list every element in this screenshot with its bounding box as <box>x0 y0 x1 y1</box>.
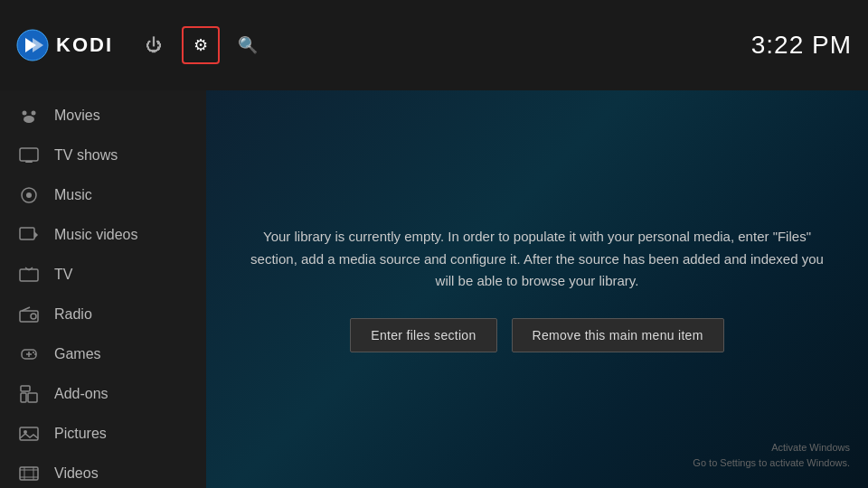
svg-point-5 <box>24 116 34 123</box>
movies-icon <box>18 105 40 127</box>
sidebar-item-videos[interactable]: Videos <box>0 454 206 488</box>
svg-rect-12 <box>20 269 38 281</box>
tvshows-icon <box>18 145 40 166</box>
music-icon <box>18 184 40 206</box>
svg-rect-23 <box>21 393 26 402</box>
svg-point-22 <box>34 353 36 355</box>
sidebar-item-label-movies: Movies <box>54 108 100 124</box>
sidebar: Movies TV shows Music Music videos TV <box>0 90 206 488</box>
sidebar-item-music[interactable]: Music <box>0 175 206 215</box>
svg-rect-7 <box>25 161 33 163</box>
svg-marker-11 <box>34 231 38 239</box>
sidebar-item-label-videos: Videos <box>54 465 99 482</box>
addons-icon <box>18 383 40 405</box>
kodi-logo-icon <box>16 29 49 61</box>
svg-point-4 <box>32 111 36 116</box>
sidebar-item-label-musicvideos: Music videos <box>54 227 137 243</box>
tv-icon <box>18 264 40 286</box>
sidebar-item-radio[interactable]: Radio <box>0 295 206 334</box>
search-icon: 🔍 <box>238 35 258 55</box>
watermark-line1: Activate Windows <box>693 440 850 455</box>
sidebar-item-label-games: Games <box>54 346 101 362</box>
svg-rect-28 <box>20 467 38 480</box>
top-bar-actions: ⏻ ⚙ 🔍 <box>135 26 267 64</box>
sidebar-item-musicvideos[interactable]: Music videos <box>0 215 206 255</box>
kodi-logo: KODI <box>16 29 113 61</box>
empty-library-message: Your library is currently empty. In orde… <box>242 226 832 293</box>
power-button[interactable]: ⏻ <box>135 26 173 64</box>
content-area: Your library is currently empty. In orde… <box>206 90 868 488</box>
musicvideos-icon <box>18 224 40 246</box>
videos-icon <box>18 463 40 484</box>
sidebar-item-tv[interactable]: TV <box>0 255 206 295</box>
app-title: KODI <box>56 33 113 57</box>
sidebar-item-label-music: Music <box>54 187 92 203</box>
watermark: Activate Windows Go to Settings to activ… <box>693 440 850 470</box>
sidebar-item-movies[interactable]: Movies <box>0 96 206 136</box>
svg-point-3 <box>23 111 27 116</box>
content-buttons: Enter files section Remove this main men… <box>350 318 723 352</box>
svg-rect-24 <box>28 393 37 402</box>
top-bar: KODI ⏻ ⚙ 🔍 3:22 PM <box>0 0 868 90</box>
sidebar-item-label-pictures: Pictures <box>54 426 107 442</box>
sidebar-item-label-radio: Radio <box>54 306 92 323</box>
games-icon <box>18 343 40 365</box>
pictures-icon <box>18 423 40 445</box>
sidebar-item-games[interactable]: Games <box>0 334 206 374</box>
radio-icon <box>18 304 40 325</box>
sidebar-item-pictures[interactable]: Pictures <box>0 414 206 454</box>
main-layout: Movies TV shows Music Music videos TV <box>0 90 868 488</box>
sidebar-item-addons[interactable]: Add-ons <box>0 374 206 414</box>
svg-rect-26 <box>20 427 38 440</box>
sidebar-item-tvshows[interactable]: TV shows <box>0 136 206 175</box>
svg-rect-15 <box>20 311 38 322</box>
remove-menu-item-button[interactable]: Remove this main menu item <box>512 318 724 352</box>
clock: 3:22 PM <box>751 31 852 60</box>
settings-button[interactable]: ⚙ <box>182 26 220 64</box>
svg-point-21 <box>33 352 34 353</box>
svg-rect-25 <box>21 386 30 391</box>
enter-files-button[interactable]: Enter files section <box>350 318 496 352</box>
svg-rect-6 <box>20 148 38 161</box>
svg-point-9 <box>26 192 32 198</box>
sidebar-item-label-addons: Add-ons <box>54 386 108 402</box>
search-button[interactable]: 🔍 <box>229 26 267 64</box>
gear-icon: ⚙ <box>193 35 208 55</box>
sidebar-item-label-tv: TV <box>54 267 72 283</box>
svg-point-17 <box>31 314 36 319</box>
watermark-line2: Go to Settings to activate Windows. <box>693 455 850 471</box>
power-icon: ⏻ <box>146 36 162 55</box>
svg-rect-10 <box>20 228 34 239</box>
sidebar-item-label-tvshows: TV shows <box>54 147 118 164</box>
